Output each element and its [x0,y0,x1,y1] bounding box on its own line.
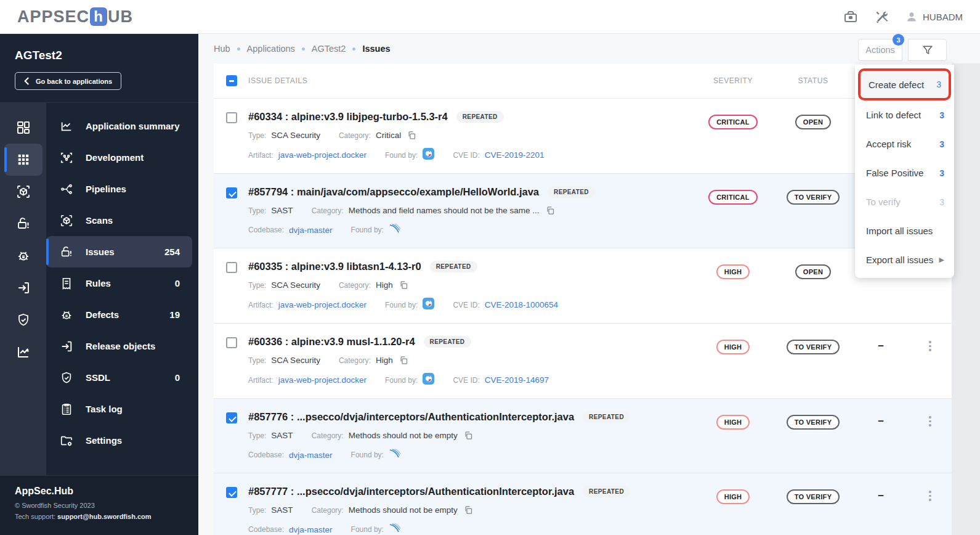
rail-applications[interactable] [4,144,43,176]
pipeline-fork-icon [60,182,73,196]
issue-type: SAST [271,206,293,215]
filter-button[interactable] [908,39,947,61]
sidebar-item-issues[interactable]: Issues 254 [46,236,192,268]
breadcrumb-agtest2[interactable]: AGTest2 [312,44,346,54]
sidebar-item-rules[interactable]: Rules 0 [46,268,192,299]
breadcrumb-hub[interactable]: Hub [214,44,230,54]
release-exit-icon [60,340,73,353]
issue-title[interactable]: #857777 : ...psecco/dvja/interceptors/Au… [248,486,574,497]
folder-gear-icon [60,434,73,447]
rail-scans[interactable] [4,176,43,208]
cve-link[interactable]: CVE-2019-2201 [485,150,545,160]
issue-title[interactable]: #857794 : main/java/com/appsecco/example… [248,186,539,198]
copy-icon[interactable] [464,431,473,440]
issue-row[interactable]: #857776 : ...psecco/dvja/interceptors/Au… [214,399,952,473]
rail-release-objects[interactable] [4,272,43,304]
breadcrumb-applications[interactable]: Applications [247,44,295,54]
issue-row[interactable]: #857794 : main/java/com/appsecco/example… [214,174,952,248]
logo-prefix: APPSEC [17,7,89,27]
sidebar-item-ssdl[interactable]: SSDL 0 [46,362,192,393]
row-checkbox[interactable] [226,337,237,348]
issue-row[interactable]: #857777 : ...psecco/dvja/interceptors/Au… [214,473,952,535]
row-checkbox[interactable] [226,112,237,123]
toolbox-icon[interactable] [843,9,858,24]
cve-link[interactable]: CVE-2018-1000654 [485,300,558,309]
column-issue-details: ISSUE DETAILS [248,76,693,85]
sidebar-item-pipelines[interactable]: Pipelines [46,173,192,205]
issue-title[interactable]: #60336 : alpine:v3.9 musl-1.1.20-r4 [248,336,415,348]
admin-tools-icon[interactable] [874,9,889,25]
chevron-left-icon [24,77,30,85]
sidebar-item-release-objects[interactable]: Release objects [46,330,192,362]
top-header: APPSEChUB HUBADM [0,0,980,34]
cve-link[interactable]: CVE-2019-14697 [485,375,549,385]
rail-dashboard[interactable] [4,112,43,144]
sca-scanner-icon [423,298,434,312]
defect-cell: – [878,415,883,427]
issue-title[interactable]: #857776 : ...psecco/dvja/interceptors/Au… [248,411,574,423]
sidebar-item-development[interactable]: Development [46,142,192,173]
copy-icon[interactable] [399,356,408,365]
filter-funnel-icon [921,44,934,56]
breadcrumb-current: Issues [362,44,390,54]
row-menu-icon[interactable] [926,488,934,504]
issue-title[interactable]: #60334 : alpine:v3.9 libjpeg-turbo-1.5.3… [248,111,448,123]
sidebar-item-task-log[interactable]: Task log [46,393,192,425]
copy-icon[interactable] [546,206,555,215]
support-email[interactable]: support@hub.swordfish.com [57,513,152,520]
menu-item-accept-risk[interactable]: Accept risk 3 [855,129,954,158]
copy-icon[interactable] [399,280,408,290]
menu-item-create-defect[interactable]: Create defect 3 [861,71,949,98]
menu-item-link-to-defect[interactable]: Link to defect 3 [855,100,954,129]
defect-cell: – [878,489,883,502]
row-checkbox[interactable] [226,487,237,498]
footer-support: Tech support: support@hub.swordfish.com [15,513,184,520]
artifact-link[interactable]: java-web-project.docker [278,300,366,309]
go-back-to-applications-button[interactable]: Go back to applications [15,72,121,90]
menu-item-export-all-issues[interactable]: Export all issues ▶ [855,245,954,274]
breadcrumb-separator-icon [237,47,240,51]
status-badge: OPEN [795,264,831,279]
issue-row[interactable]: #60336 : alpine:v3.9 musl-1.1.20-r4 REPE… [214,324,952,398]
artifact-link[interactable]: java-web-project.docker [278,375,366,385]
row-checkbox[interactable] [226,412,237,423]
appsechub-app: APPSEChUB HUBADM [0,0,980,535]
codebase-link[interactable]: dvja-master [289,226,333,235]
user-menu[interactable]: HUBADM [905,10,963,23]
issue-row[interactable]: #60335 : alpine:v3.9 libtasn1-4.13-r0 RE… [214,248,952,323]
copy-icon[interactable] [407,131,416,140]
sidebar-item-defects[interactable]: Defects 19 [46,299,192,330]
sidebar-item-scans[interactable]: Scans [46,205,192,236]
menu-item-false-positive[interactable]: False Positive 3 [855,158,954,187]
column-severity: SEVERITY [713,76,753,85]
copy-icon[interactable] [464,505,473,515]
status-badge: TO VERIFY [787,340,840,354]
rail-analytics[interactable] [4,336,43,368]
row-menu-icon[interactable] [926,414,934,429]
create-defect-highlight: Create defect 3 [858,68,951,100]
artifact-link[interactable]: java-web-project.docker [278,150,366,160]
submenu-arrow-icon: ▶ [939,256,944,264]
sidebar-footer: AppSec.Hub © Swordfish Security 2023 Tec… [0,475,198,535]
status-badge: OPEN [795,115,831,129]
rules-doc-icon [60,277,73,290]
codebase-link[interactable]: dvja-master [289,451,333,460]
application-name: AGTest2 [15,49,184,62]
user-icon [905,10,918,23]
issue-title[interactable]: #60335 : alpine:v3.9 libtasn1-4.13-r0 [248,261,421,272]
codebase-link[interactable]: dvja-master [289,525,333,534]
rail-issues[interactable] [4,208,43,240]
sidebar-item-settings[interactable]: Settings [46,425,192,456]
row-checkbox[interactable] [226,262,237,273]
menu-item-import-all-issues[interactable]: Import all issues [855,216,954,245]
row-menu-icon[interactable] [926,338,934,354]
sidebar-item-application-summary[interactable]: Application summary [46,110,192,142]
scan-cube-icon [60,214,73,227]
select-all-checkbox[interactable] [226,75,237,86]
shield-check-icon [16,312,31,327]
issue-row[interactable]: #60334 : alpine:v3.9 libjpeg-turbo-1.5.3… [214,99,952,173]
rail-defects[interactable] [4,240,43,272]
row-checkbox[interactable] [226,187,237,198]
issue-type: SCA Security [271,131,320,140]
rail-ssdl[interactable] [4,304,43,336]
